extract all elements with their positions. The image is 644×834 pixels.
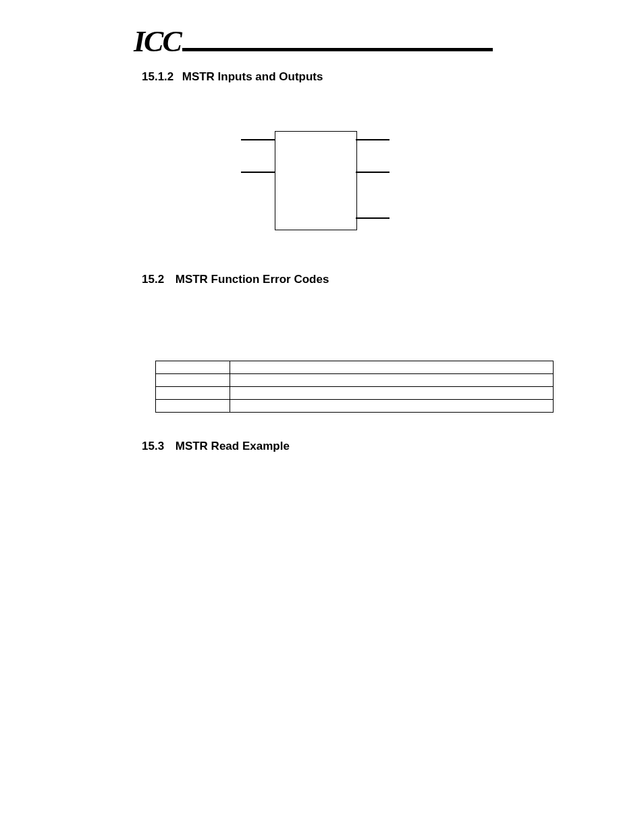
wire-output-bot <box>356 217 390 219</box>
cell-code <box>156 374 230 387</box>
logo-text: ICC <box>134 27 182 57</box>
block-box <box>275 131 357 230</box>
section-heading-15-3: 15.3 MSTR Read Example <box>142 440 576 453</box>
cell-desc <box>230 361 554 374</box>
cell-desc <box>230 400 554 413</box>
section-number: 15.2 <box>142 273 172 286</box>
table-row <box>156 387 554 400</box>
cell-code <box>156 400 230 413</box>
cell-desc <box>230 387 554 400</box>
wire-output-top <box>356 139 390 140</box>
header-rule <box>182 48 493 51</box>
section-number: 15.1.2 <box>142 70 179 84</box>
wire-input-top <box>241 139 275 140</box>
section-title: MSTR Inputs and Outputs <box>182 70 323 83</box>
mstr-block-diagram <box>221 131 423 246</box>
error-codes-table <box>155 361 554 413</box>
section-title: MSTR Read Example <box>176 440 290 452</box>
page-header: ICC <box>134 27 576 57</box>
cell-code <box>156 361 230 374</box>
section-heading-15-1-2: 15.1.2 MSTR Inputs and Outputs <box>142 70 576 84</box>
table-row <box>156 374 554 387</box>
section-title: MSTR Function Error Codes <box>176 273 329 286</box>
table-row <box>156 400 554 413</box>
table-row <box>156 361 554 374</box>
cell-desc <box>230 374 554 387</box>
section-number: 15.3 <box>142 440 172 453</box>
section-heading-15-2: 15.2 MSTR Function Error Codes <box>142 273 576 286</box>
page: ICC 15.1.2 MSTR Inputs and Outputs 15.2 … <box>0 0 644 494</box>
cell-code <box>156 387 230 400</box>
wire-input-mid <box>241 172 275 173</box>
wire-output-mid <box>356 172 390 173</box>
